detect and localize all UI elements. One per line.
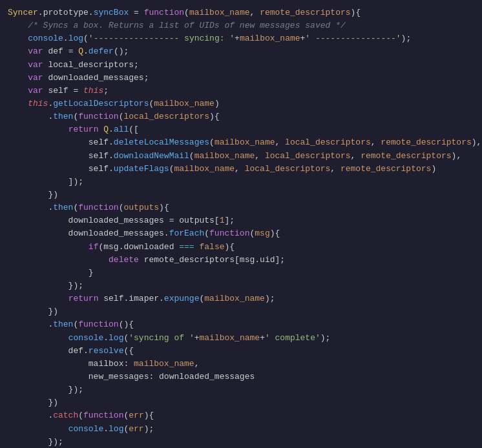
code-line-20: delete remote_descriptors[msg.uid]; (0, 254, 482, 267)
code-line-30: }); (0, 383, 482, 396)
code-line-28: mailbox: mailbox_name, (0, 358, 482, 371)
code-line-23: return self.imaper.expunge(mailbox_name)… (0, 292, 482, 305)
code-line-14: ]); (0, 176, 482, 188)
code-line-16: .then(function(outputs){ (0, 201, 482, 214)
code-line-3: console.log('----------------- syncing: … (0, 32, 482, 45)
code-line-4: var def = Q.defer(); (0, 45, 482, 58)
code-line-11: self.deleteLocalMessages(mailbox_name, l… (0, 136, 482, 149)
code-line-33: console.log(err); (0, 423, 482, 436)
code-line-1: Syncer.prototype.syncBox = function(mail… (0, 6, 482, 19)
code-line-19: if(msg.downloaded === false){ (0, 241, 482, 254)
code-line-5: var local_descriptors; (0, 59, 482, 72)
code-line-13: self.updateFlags(mailbox_name, local_des… (0, 163, 482, 176)
code-editor: Syncer.prototype.syncBox = function(mail… (0, 0, 482, 448)
code-line-32: .catch(function(err){ (0, 409, 482, 422)
code-line-29: new_messages: downloaded_messages (0, 371, 482, 383)
code-line-2: /* Syncs a box. Returns a list of UIDs o… (0, 19, 482, 32)
code-line-25: .then(function(){ (0, 318, 482, 331)
code-line-21: } (0, 267, 482, 280)
code-line-17: downloaded_messages = outputs[1]; (0, 214, 482, 227)
code-line-34: }); (0, 436, 482, 448)
code-line-10: return Q.all([ (0, 123, 482, 136)
code-line-22: }); (0, 280, 482, 292)
code-line-18: downloaded_messages.forEach(function(msg… (0, 227, 482, 240)
code-line-15: }) (0, 188, 482, 201)
code-line-31: }) (0, 396, 482, 409)
code-line-6: var downloaded_messages; (0, 72, 482, 85)
code-line-8: this.getLocalDescriptors(mailbox_name) (0, 97, 482, 110)
code-line-12: self.downloadNewMail(mailbox_name, local… (0, 150, 482, 163)
code-line-9: .then(function(local_descriptors){ (0, 110, 482, 123)
code-line-27: def.resolve({ (0, 345, 482, 358)
code-line-24: }) (0, 305, 482, 318)
code-line-26: console.log('syncing of '+mailbox_name+'… (0, 332, 482, 345)
code-line-7: var self = this; (0, 85, 482, 97)
